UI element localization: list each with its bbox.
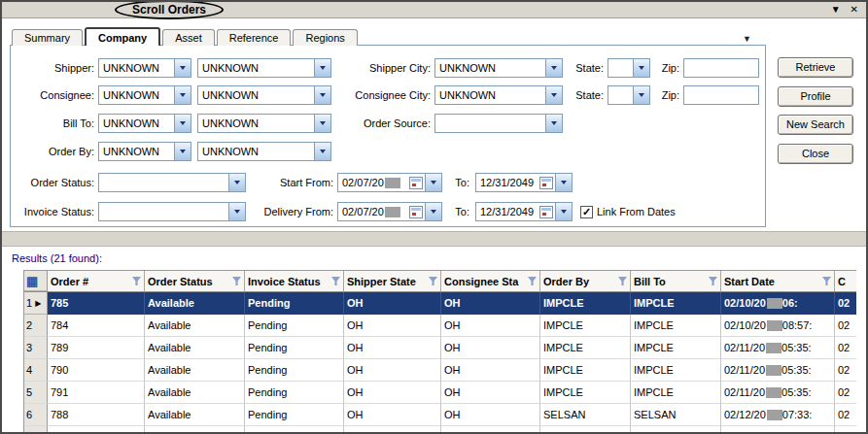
filter-funnel-icon[interactable] xyxy=(132,277,141,285)
results-count-label: Results (21 found): xyxy=(12,252,102,264)
grid-header-row: ▦ Order # Order Status Invoice Status Sh… xyxy=(24,271,856,292)
filter-funnel-icon[interactable] xyxy=(429,277,437,285)
tab-regions[interactable]: Regions xyxy=(293,29,357,46)
cell-shipper-state: OH xyxy=(344,426,441,434)
dropdown-arrow-icon[interactable] xyxy=(545,86,562,104)
column-header-start-date[interactable]: Start Date xyxy=(721,271,835,291)
tab-summary[interactable]: Summary xyxy=(12,29,83,46)
dropdown-arrow-icon[interactable] xyxy=(425,174,441,191)
column-header-order-status[interactable]: Order Status xyxy=(145,271,245,291)
column-header-invoice-status[interactable]: Invoice Status xyxy=(245,271,344,291)
dropdown-arrow-icon[interactable] xyxy=(633,86,649,104)
shipper-code-select[interactable]: UNKNOWN xyxy=(98,58,191,78)
shipper-state-select[interactable] xyxy=(608,58,650,78)
start-from-date[interactable]: 02/07/20 xyxy=(337,173,442,192)
dropdown-arrow-icon[interactable] xyxy=(174,143,191,160)
order-by-code-select[interactable]: UNKNOWN xyxy=(98,142,191,161)
consignee-name-select[interactable]: UNKNOWN xyxy=(197,85,331,105)
window-menu-arrow-icon[interactable]: ▼ xyxy=(831,3,841,17)
calendar-icon[interactable] xyxy=(409,206,423,218)
dropdown-arrow-icon[interactable] xyxy=(314,86,330,104)
bill-to-code-select[interactable]: UNKNOWN xyxy=(98,114,191,133)
dropdown-arrow-icon[interactable] xyxy=(633,59,649,77)
dropdown-arrow-icon[interactable] xyxy=(425,203,441,220)
consignee-zip-input[interactable] xyxy=(683,85,759,105)
row-number-cell[interactable]: 3 xyxy=(24,337,48,359)
column-header-consignee-state[interactable]: Consignee Sta xyxy=(441,271,540,291)
column-header-order-by[interactable]: Order By xyxy=(540,271,631,291)
filter-funnel-icon[interactable] xyxy=(822,277,831,285)
start-to-date[interactable]: 12/31/2049 xyxy=(475,173,573,192)
filter-funnel-icon[interactable] xyxy=(232,277,241,285)
cell-start-date: 02/13/20 10:00 xyxy=(721,426,835,434)
bill-to-name-select[interactable]: UNKNOWN xyxy=(197,114,331,133)
dropdown-arrow-icon[interactable] xyxy=(545,115,562,132)
delivery-from-date[interactable]: 02/07/20 xyxy=(337,202,442,221)
calendar-icon[interactable] xyxy=(539,206,553,218)
invoice-status-select[interactable] xyxy=(98,202,246,221)
filter-funnel-icon[interactable] xyxy=(528,277,537,285)
delivery-to-date[interactable]: 12/31/2049 xyxy=(475,202,573,221)
row-number-cell[interactable]: 5 xyxy=(24,382,48,404)
row-number-cell[interactable]: 2 xyxy=(24,315,48,337)
table-row[interactable]: 3789AvailablePendingOHOHIMPCLEIMPCLE02/1… xyxy=(24,337,856,359)
link-from-dates-checkbox[interactable]: ✓ Link From Dates xyxy=(580,202,676,221)
table-row[interactable]: 6788AvailablePendingOHOHSELSANSELSAN02/1… xyxy=(24,404,856,426)
dropdown-arrow-icon[interactable] xyxy=(314,115,330,132)
shipper-city-select[interactable]: UNKNOWN xyxy=(434,58,563,78)
consignee-code-select[interactable]: UNKNOWN xyxy=(98,85,191,105)
dropdown-arrow-icon[interactable] xyxy=(174,115,191,132)
dropdown-arrow-icon[interactable] xyxy=(545,59,562,77)
new-search-button[interactable]: New Search xyxy=(778,115,853,135)
grid-corner-cell[interactable]: ▦ xyxy=(24,271,48,291)
calendar-icon[interactable] xyxy=(539,177,553,189)
consignee-city-select[interactable]: UNKNOWN xyxy=(434,85,563,105)
column-header-clipped[interactable]: C xyxy=(835,271,856,291)
dropdown-arrow-icon[interactable] xyxy=(174,86,191,104)
close-button[interactable]: Close xyxy=(778,144,853,164)
order-source-select[interactable] xyxy=(434,114,563,133)
window-close-icon[interactable]: ✕ xyxy=(851,3,858,17)
filter-funnel-icon[interactable] xyxy=(331,277,340,285)
row-number-cell[interactable]: 7 xyxy=(24,426,48,434)
dropdown-arrow-icon[interactable] xyxy=(174,59,191,77)
tab-overflow-arrow-icon[interactable]: ▼ xyxy=(743,34,751,44)
filter-funnel-icon[interactable] xyxy=(709,277,717,285)
tab-asset[interactable]: Asset xyxy=(162,29,215,46)
tab-company[interactable]: Company xyxy=(85,27,160,46)
table-row[interactable]: 2784AvailablePendingOHOHIMPCLEIMPCLE02/1… xyxy=(24,315,856,337)
dropdown-arrow-icon[interactable] xyxy=(555,174,572,191)
column-header-shipper-state[interactable]: Shipper State xyxy=(344,271,441,291)
table-row[interactable]: 4790AvailablePendingOHOHIMPCLEIMPCLE02/1… xyxy=(24,359,856,382)
table-row[interactable]: 1▶785AvailablePendingOHOHIMPCLEIMPCLE02/… xyxy=(24,292,856,315)
consignee-state-select[interactable] xyxy=(608,85,650,105)
order-status-select[interactable] xyxy=(98,173,246,192)
column-header-bill-to[interactable]: Bill To xyxy=(631,271,721,291)
row-number-cell[interactable]: 4 xyxy=(24,359,48,382)
retrieve-button[interactable]: Retrieve xyxy=(778,57,853,78)
dropdown-arrow-icon[interactable] xyxy=(555,203,572,220)
shipper-code-value: UNKNOWN xyxy=(99,62,174,74)
column-header-order-number[interactable]: Order # xyxy=(48,271,145,291)
table-row[interactable]: 7787AvailablePendingOHOHSELSANSELSAN02/1… xyxy=(24,426,856,434)
delivery-to-date-value: 12/31/2049 xyxy=(476,206,539,217)
dropdown-arrow-icon[interactable] xyxy=(314,143,330,160)
calendar-icon[interactable] xyxy=(409,177,423,189)
consignee-state-label: State: xyxy=(571,85,604,105)
dropdown-arrow-icon[interactable] xyxy=(314,59,330,77)
filter-funnel-icon[interactable] xyxy=(618,277,627,285)
dropdown-arrow-icon[interactable] xyxy=(228,174,245,191)
order-by-name-select[interactable]: UNKNOWN xyxy=(197,142,331,161)
cell-bill-to: SELSAN xyxy=(631,404,721,426)
shipper-name-select[interactable]: UNKNOWN xyxy=(197,58,331,78)
row-number-cell[interactable]: 1▶ xyxy=(24,292,48,315)
tab-reference[interactable]: Reference xyxy=(217,29,292,46)
shipper-city-label: Shipper City: xyxy=(337,58,431,78)
bill-to-label: Bill To: xyxy=(15,114,94,133)
profile-button[interactable]: Profile xyxy=(778,86,853,107)
shipper-zip-input[interactable] xyxy=(683,58,759,78)
shipper-name-value: UNKNOWN xyxy=(198,62,314,74)
start-to-label: To: xyxy=(448,173,469,192)
row-number-cell[interactable]: 6 xyxy=(24,404,48,426)
table-row[interactable]: 5791AvailablePendingOHOHIMPCLEIMPCLE02/1… xyxy=(24,382,856,404)
